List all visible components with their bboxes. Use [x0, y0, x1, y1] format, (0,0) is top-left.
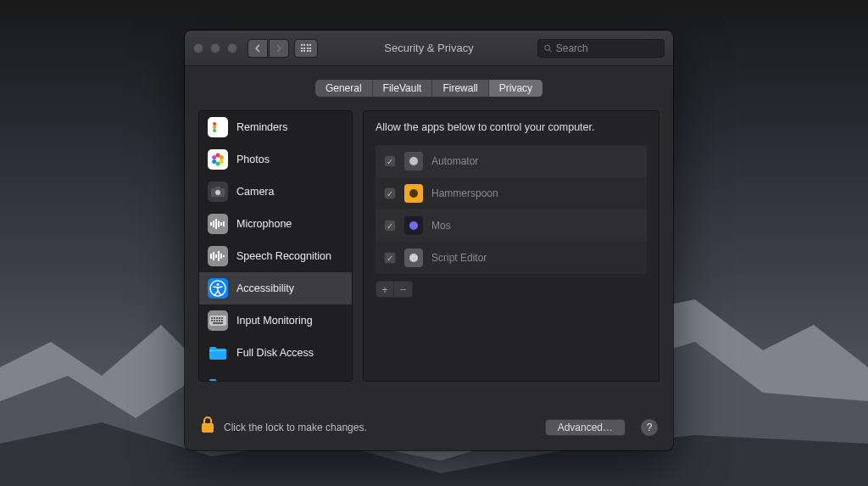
svg-rect-35: [211, 320, 213, 321]
app-checkbox[interactable]: ✓: [384, 187, 396, 199]
svg-point-7: [220, 155, 224, 159]
app-checkbox[interactable]: ✓: [384, 220, 396, 232]
sidebar-item-input-monitoring[interactable]: Input Monitoring: [199, 304, 352, 337]
sidebar-item-full-disk-access[interactable]: Full Disk Access: [199, 337, 352, 369]
sidebar-item-camera[interactable]: Camera: [199, 176, 352, 208]
svg-point-6: [216, 154, 220, 158]
titlebar: Security & Privacy: [185, 31, 673, 66]
svg-rect-24: [218, 251, 220, 261]
tab-filevault[interactable]: FileVault: [373, 80, 433, 97]
show-all-button[interactable]: [294, 39, 318, 58]
svg-point-14: [215, 190, 220, 195]
search-input[interactable]: [556, 42, 659, 54]
sidebar-item-photos[interactable]: Photos: [199, 143, 352, 176]
content-panes: RemindersPhotosCameraMicrophoneSpeech Re…: [185, 110, 673, 382]
app-checkbox[interactable]: ✓: [384, 155, 396, 167]
folder-icon: [208, 343, 228, 363]
svg-point-11: [212, 155, 216, 159]
svg-rect-19: [220, 222, 222, 226]
privacy-category-list[interactable]: RemindersPhotosCameraMicrophoneSpeech Re…: [198, 110, 353, 382]
svg-point-43: [409, 157, 418, 165]
nav-buttons: [248, 39, 289, 58]
camera-icon: [208, 182, 228, 202]
svg-rect-22: [213, 252, 214, 260]
app-name: Mos: [431, 220, 451, 232]
search-icon: [543, 43, 553, 53]
svg-rect-18: [218, 221, 220, 227]
svg-point-28: [216, 283, 219, 286]
zoom-button[interactable]: [227, 43, 237, 53]
svg-rect-20: [223, 221, 225, 226]
svg-point-10: [212, 159, 216, 164]
svg-rect-40: [213, 322, 223, 324]
sidebar-item-label: Files and Folders: [236, 379, 318, 382]
sidebar-item-label: Reminders: [236, 121, 287, 133]
svg-rect-47: [202, 423, 214, 433]
sidebar-item-label: Speech Recognition: [236, 250, 331, 262]
keyboard-icon: [208, 310, 228, 331]
svg-rect-31: [214, 317, 215, 319]
forward-button[interactable]: [269, 39, 289, 58]
sidebar-item-accessibility[interactable]: Accessibility: [199, 272, 352, 304]
sidebar-item-reminders[interactable]: Reminders: [199, 111, 352, 143]
sidebar-item-label: Input Monitoring: [236, 315, 313, 327]
advanced-button[interactable]: Advanced…: [545, 419, 626, 436]
photos-icon: [208, 149, 228, 170]
svg-rect-16: [213, 221, 214, 227]
svg-rect-25: [220, 254, 222, 259]
sidebar-item-label: Photos: [236, 154, 270, 165]
app-icon: [404, 216, 423, 235]
preferences-window: Security & Privacy GeneralFileVaultFirew…: [185, 31, 673, 450]
svg-rect-33: [219, 317, 220, 319]
app-name: Automator: [431, 155, 478, 167]
app-icon: [404, 152, 423, 170]
sidebar-item-microphone[interactable]: Microphone: [199, 208, 352, 240]
add-button[interactable]: +: [376, 281, 394, 298]
sidebar-item-files-and-folders[interactable]: Files and Folders: [199, 369, 352, 382]
tab-general[interactable]: General: [315, 80, 373, 97]
svg-rect-23: [215, 254, 217, 258]
tabs: GeneralFileVaultFirewallPrivacy: [185, 80, 673, 97]
folder-icon: [208, 375, 228, 382]
minimize-button[interactable]: [210, 43, 220, 53]
svg-rect-32: [216, 317, 218, 319]
help-button[interactable]: ?: [641, 419, 658, 436]
app-row[interactable]: ✓Hammerspoon: [376, 177, 647, 209]
svg-point-2: [213, 122, 216, 126]
tab-privacy[interactable]: Privacy: [489, 80, 542, 97]
lock-icon[interactable]: [200, 416, 215, 439]
svg-point-0: [545, 45, 550, 50]
sidebar-item-label: Camera: [236, 186, 274, 198]
sidebar-item-label: Accessibility: [236, 282, 294, 294]
svg-rect-41: [209, 350, 226, 351]
app-row[interactable]: ✓Script Editor: [376, 242, 647, 274]
back-button[interactable]: [248, 39, 268, 58]
sidebar-item-label: Microphone: [236, 218, 292, 230]
sidebar-item-speech-recognition[interactable]: Speech Recognition: [199, 240, 352, 272]
app-icon: [404, 184, 423, 203]
app-row[interactable]: ✓Automator: [376, 145, 647, 177]
window-controls: [193, 43, 237, 53]
detail-heading: Allow the apps below to control your com…: [376, 121, 647, 133]
add-remove-controls: + −: [376, 281, 647, 298]
app-checkbox[interactable]: ✓: [384, 252, 396, 264]
app-row[interactable]: ✓Mos: [376, 209, 647, 242]
svg-rect-36: [214, 320, 215, 321]
remove-button[interactable]: −: [394, 281, 413, 298]
reminders-icon: [208, 117, 228, 137]
svg-point-45: [409, 221, 418, 230]
svg-rect-21: [210, 254, 212, 259]
lock-message: Click the lock to make changes.: [224, 422, 367, 433]
svg-point-9: [216, 162, 220, 166]
svg-rect-15: [210, 222, 212, 226]
svg-rect-38: [219, 320, 220, 321]
svg-line-1: [549, 49, 551, 51]
svg-point-3: [213, 126, 216, 129]
svg-rect-30: [211, 317, 213, 319]
tab-firewall[interactable]: Firewall: [432, 80, 488, 97]
speech-icon: [208, 246, 228, 266]
app-list[interactable]: ✓Automator✓Hammerspoon✓Mos✓Script Editor: [376, 145, 647, 274]
close-button[interactable]: [193, 43, 203, 53]
search-field[interactable]: [537, 39, 665, 58]
svg-point-8: [220, 159, 224, 164]
